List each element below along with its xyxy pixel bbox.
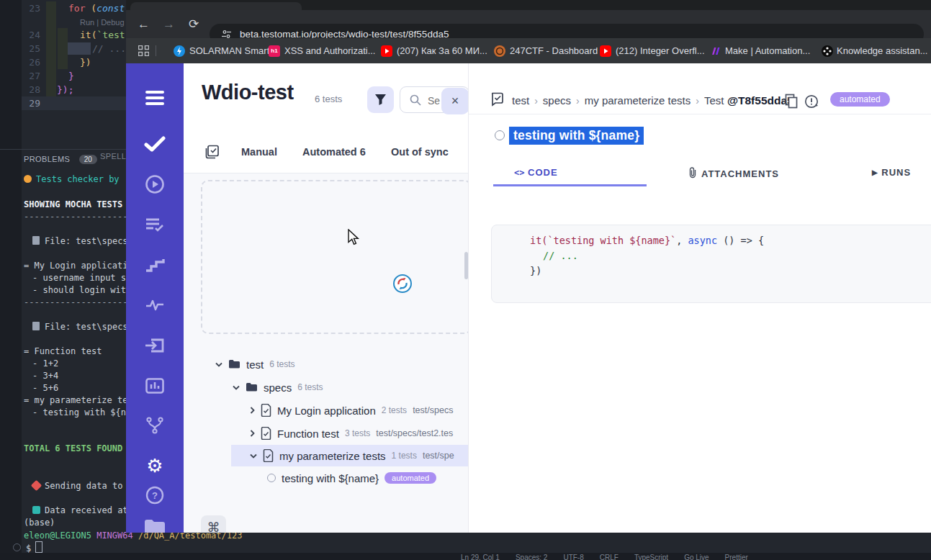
bulk-select-icon[interactable]: [205, 145, 220, 159]
terminal-line: Data received at: [32, 505, 128, 517]
tab-attachments[interactable]: ATTACHMENTS: [688, 167, 779, 179]
sync-status-icon[interactable]: [804, 94, 820, 109]
chevron-right-icon[interactable]: [250, 430, 255, 437]
codelens-run-debug[interactable]: Run | Debug: [80, 15, 125, 29]
file-icon: [32, 236, 40, 245]
terminal-line: = My Login applicatio: [24, 260, 133, 272]
branch-icon[interactable]: [146, 416, 163, 435]
problems-tab[interactable]: PROBLEMS 20: [24, 152, 97, 165]
chevron-down-icon[interactable]: [215, 362, 222, 367]
paperclip-icon: [688, 167, 697, 179]
play-icon: ▶: [872, 168, 878, 176]
terminal-divider: --------------------------: [24, 211, 126, 223]
editor-line: 28 });: [0, 83, 126, 96]
filter-funnel-icon: [374, 94, 387, 106]
help-icon[interactable]: ?: [145, 486, 164, 505]
bookmark-item[interactable]: Make | Automation...: [725, 38, 810, 63]
bookmark-item[interactable]: Knowledge assistan...: [837, 38, 927, 63]
panel-divider: [184, 173, 468, 173]
editor-line: 24 it(`test: [0, 28, 126, 42]
import-icon[interactable]: [144, 337, 166, 354]
runs-play-icon[interactable]: [145, 174, 165, 194]
breadcrumb-test[interactable]: test: [512, 94, 529, 107]
status-spaces[interactable]: Spaces: 2: [516, 554, 547, 560]
terminal-cursor: [35, 541, 42, 553]
solarman-favicon: [174, 45, 185, 57]
tree-row-my-login-application[interactable]: My Login application 2 tests test/specs: [184, 399, 468, 421]
editor-line: 29: [0, 96, 126, 110]
tree-row-specs[interactable]: specs 6 tests: [184, 376, 468, 398]
tests-check-icon[interactable]: [144, 136, 166, 152]
settings-gear-icon[interactable]: ⚙: [146, 455, 163, 477]
bookmark-item[interactable]: XSS and Authorizati...: [284, 38, 375, 63]
browser-tab-strip: [126, 0, 931, 10]
test-circle-icon: [495, 130, 505, 140]
tab-code[interactable]: <> CODE: [514, 167, 558, 178]
status-encoding[interactable]: UTF-8: [563, 554, 583, 560]
close-search-button[interactable]: ×: [441, 88, 468, 114]
chevron-down-icon[interactable]: [233, 385, 240, 390]
filter-button[interactable]: [367, 86, 394, 113]
bookmark-item[interactable]: (207) Как За 60 МИ...: [397, 38, 487, 63]
spec-file-icon: [263, 449, 274, 462]
screen: 23 for (const Run | Debug 24 it(`test 25…: [0, 0, 931, 560]
terminal-marker-icon: [13, 543, 21, 551]
tab-runs[interactable]: ▶ RUNS: [872, 167, 911, 178]
terminal-line: = my parameterize tes: [24, 394, 133, 407]
youtube-favicon: [381, 45, 392, 57]
spec-file-icon: [261, 404, 271, 417]
status-language[interactable]: TypeScript: [634, 554, 668, 560]
tests-panel: Wdio-test 6 tests × Manual Automated 6 O…: [184, 63, 468, 533]
status-eol[interactable]: CRLF: [600, 554, 619, 560]
bookmark-item[interactable]: (212) Integer Overfl...: [616, 38, 705, 63]
terminal-total: TOTAL 6 TESTS FOUND: [24, 443, 122, 455]
breadcrumb-test-label: Test: [704, 94, 724, 107]
bookmark-item[interactable]: SOLARMAN Smart: [189, 38, 269, 63]
steps-icon[interactable]: [145, 258, 165, 272]
tree-row-my-parameterize-tests[interactable]: my parameterize tests 1 tests test/spe: [231, 445, 468, 466]
checklist-icon[interactable]: [145, 217, 165, 232]
folder-icon[interactable]: [143, 519, 166, 533]
forward-button[interactable]: →: [163, 10, 175, 38]
back-button[interactable]: ←: [138, 10, 150, 38]
reload-button[interactable]: ⟳: [189, 10, 199, 38]
pulse-icon[interactable]: [145, 299, 165, 312]
analytics-icon[interactable]: [145, 378, 164, 394]
test-detail-panel: test›specs›my parameterize tests›Test @T…: [468, 63, 931, 533]
tree-row-function-test[interactable]: Function test 3 tests test/specs/test2.t…: [184, 423, 468, 444]
menu-icon[interactable]: [145, 88, 164, 108]
bookmarks-bar: SOLARMAN Smart h1 XSS and Authorizati...…: [126, 38, 931, 63]
terminal-line: - testing with ${na: [32, 407, 131, 419]
browser-tab[interactable]: [130, 2, 302, 10]
status-go-live[interactable]: Go Live: [684, 554, 709, 560]
drop-zone[interactable]: [201, 180, 468, 334]
tab-automated[interactable]: Automated 6: [302, 146, 366, 158]
party-emoji-icon: [32, 506, 40, 514]
apps-grid-icon[interactable]: [138, 45, 149, 56]
file-icon: [32, 322, 40, 330]
tab-out-of-sync[interactable]: Out of sync: [391, 146, 449, 158]
tab-manual[interactable]: Manual: [241, 146, 277, 158]
bookmark-item[interactable]: 247CTF - Dashboard: [510, 38, 598, 63]
automated-badge: automated: [830, 92, 890, 107]
chevron-down-icon[interactable]: [250, 453, 257, 459]
tree-row-testing-with-name[interactable]: testing with ${name} automated: [184, 467, 468, 489]
test-title-selected[interactable]: testing with ${name}: [509, 127, 644, 145]
breadcrumb: test›specs›my parameterize tests›Test @T…: [512, 94, 793, 107]
chevron-right-icon[interactable]: [250, 407, 255, 414]
automated-badge: automated: [384, 472, 436, 484]
browser-viewport: ⚙ ? Wdio-test 6 tests × Manual Au: [126, 63, 931, 533]
task-check-icon: [490, 92, 505, 107]
terminal-line: File: test\specs: [32, 321, 128, 333]
breadcrumb-parameterize[interactable]: my parameterize tests: [585, 94, 691, 107]
status-prettier[interactable]: Prettier: [725, 554, 748, 560]
terminal-line: Sending data to: [32, 480, 122, 492]
keyboard-shortcuts-button[interactable]: ⌘: [201, 515, 226, 533]
tree-row-test[interactable]: test 6 tests: [184, 353, 468, 375]
terminal-line: - 5+6: [32, 382, 58, 394]
status-cursor-pos[interactable]: Ln 29, Col 1: [461, 554, 500, 560]
copy-icon[interactable]: [785, 94, 799, 109]
breadcrumb-specs[interactable]: specs: [543, 94, 571, 107]
terminal-line: = Function test: [24, 346, 102, 358]
svg-text:?: ?: [152, 490, 158, 501]
